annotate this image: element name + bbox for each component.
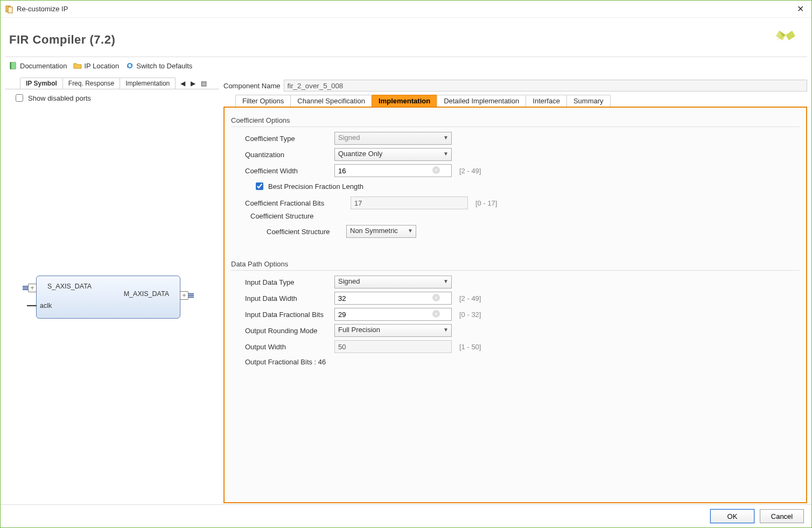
output-rounding-select[interactable]: Full Precision: [334, 324, 452, 337]
coeff-fractional-bits-label: Coefficient Fractional Bits: [245, 199, 346, 207]
row-best-precision: Best Precision Fraction Length: [254, 181, 800, 192]
ip-symbol-canvas[interactable]: + S_AXIS_DATA aclk + M_AXIS_DATA: [5, 107, 219, 503]
svg-marker-2: [786, 31, 795, 40]
port-s-axis-data: +: [23, 284, 37, 292]
plus-icon[interactable]: +: [180, 291, 188, 300]
output-width-label: Output Width: [245, 343, 330, 351]
show-disabled-ports-checkbox[interactable]: [16, 94, 23, 102]
show-disabled-ports-label: Show disabled ports: [28, 94, 91, 102]
coeff-fractional-bits-input: [351, 196, 468, 209]
tab-implementation-left[interactable]: Implementation: [120, 78, 176, 89]
tab-prev-icon[interactable]: ◀: [179, 80, 186, 87]
svg-rect-1: [8, 7, 12, 13]
tab-list-icon[interactable]: ▤: [200, 80, 208, 87]
dialog-footer: OK Cancel: [1, 504, 811, 527]
ip-location-link[interactable]: IP Location: [71, 60, 121, 71]
ok-button[interactable]: OK: [710, 509, 754, 523]
tab-next-icon[interactable]: ▶: [190, 80, 197, 87]
port-m-axis-data: +: [180, 291, 194, 300]
coefficient-width-hint: [2 - 49]: [459, 167, 481, 175]
output-width-hint: [1 - 50]: [459, 343, 481, 351]
component-name-input: [284, 80, 808, 91]
clear-icon[interactable]: ×: [432, 294, 440, 301]
folder-icon: [73, 61, 82, 70]
input-data-type-label: Input Data Type: [245, 278, 330, 286]
tab-filter-options[interactable]: Filter Options: [235, 95, 291, 107]
app-window: Re-customize IP ✕ FIR Compiler (7.2) Doc…: [0, 0, 812, 528]
titlebar: Re-customize IP ✕: [1, 1, 811, 18]
switch-defaults-label: Switch to Defaults: [136, 62, 192, 70]
left-pane: IP Symbol Freq. Response Implementation …: [5, 78, 223, 503]
cancel-button[interactable]: Cancel: [760, 509, 804, 523]
close-icon[interactable]: ✕: [794, 4, 807, 14]
show-disabled-ports-row: Show disabled ports: [5, 89, 219, 107]
row-coeff-structure: Coefficient Structure Non Symmetric ▼: [267, 224, 800, 238]
coefficient-width-label: Coefficient Width: [245, 167, 330, 175]
body: IP Symbol Freq. Response Implementation …: [1, 74, 811, 504]
quantization-select[interactable]: Quantize Only: [334, 148, 452, 161]
aclk-label: aclk: [40, 302, 52, 309]
section-data-path-options: Data Path Options: [231, 257, 800, 271]
tab-interface[interactable]: Interface: [526, 95, 567, 107]
coefficient-type-label: Coefficient Type: [245, 135, 330, 143]
coeff-structure-label: Coefficient Structure: [267, 228, 342, 236]
tab-implementation[interactable]: Implementation: [372, 95, 437, 107]
row-coefficient-type: Coefficient Type Signed ▼: [245, 131, 800, 145]
tab-detailed-implementation[interactable]: Detailed Implementation: [437, 95, 526, 107]
header: FIR Compiler (7.2): [1, 18, 811, 57]
row-input-data-frac-bits: Input Data Fractional Bits × [0 - 32]: [245, 307, 800, 321]
port-aclk: [27, 305, 37, 306]
row-output-width: Output Width [1 - 50]: [245, 340, 800, 354]
documentation-link[interactable]: Documentation: [7, 60, 69, 71]
port-in-label: S_AXIS_DATA: [47, 283, 92, 290]
coefficient-type-select: Signed: [334, 132, 452, 145]
output-width-input: [334, 340, 452, 353]
best-precision-checkbox[interactable]: [256, 182, 263, 190]
input-data-frac-bits-hint: [0 - 32]: [459, 311, 481, 319]
page-title: FIR Compiler (7.2): [9, 33, 772, 47]
component-name-row: Component Name: [223, 78, 807, 95]
config-panel: Coefficient Options Coefficient Type Sig…: [223, 107, 807, 503]
documentation-label: Documentation: [20, 62, 67, 70]
input-data-width-label: Input Data Width: [245, 294, 330, 302]
tab-ip-symbol[interactable]: IP Symbol: [20, 78, 63, 89]
tab-summary[interactable]: Summary: [566, 95, 611, 107]
refresh-icon: [125, 61, 134, 70]
left-tabs: IP Symbol Freq. Response Implementation …: [5, 78, 219, 89]
input-data-type-select[interactable]: Signed: [334, 276, 452, 288]
output-rounding-label: Output Rounding Mode: [245, 327, 330, 335]
row-coefficient-width: Coefficient Width × [2 - 49]: [245, 164, 800, 178]
coeff-fractional-bits-hint: [0 - 17]: [475, 199, 497, 207]
svg-rect-6: [11, 62, 16, 69]
row-output-rounding: Output Rounding Mode Full Precision ▼: [245, 323, 800, 337]
tab-channel-spec[interactable]: Channel Specification: [290, 95, 372, 107]
book-icon: [9, 61, 18, 70]
input-data-frac-bits-label: Input Data Fractional Bits: [245, 311, 330, 319]
coeff-structure-select[interactable]: Non Symmetric: [346, 225, 416, 238]
coeff-structure-title: Coefficient Structure: [250, 212, 800, 220]
window-title: Re-customize IP: [17, 5, 794, 13]
best-precision-label: Best Precision Fraction Length: [268, 182, 363, 191]
port-out-label: M_AXIS_DATA: [124, 290, 169, 298]
section-coefficient-options: Coefficient Options: [231, 113, 800, 127]
input-data-width-hint: [2 - 49]: [459, 294, 481, 302]
output-fractional-bits-text: Output Fractional Bits : 46: [245, 358, 800, 366]
clear-icon[interactable]: ×: [432, 166, 440, 174]
clear-icon[interactable]: ×: [432, 310, 440, 318]
row-input-data-width: Input Data Width × [2 - 49]: [245, 291, 800, 305]
vendor-logo: [772, 24, 800, 52]
ip-location-label: IP Location: [84, 62, 119, 70]
config-tabs: Filter Options Channel Specification Imp…: [223, 95, 807, 107]
component-name-label: Component Name: [223, 82, 281, 90]
app-icon: [5, 5, 13, 13]
right-pane: Component Name Filter Options Channel Sp…: [223, 78, 807, 503]
switch-defaults-link[interactable]: Switch to Defaults: [123, 60, 194, 71]
tab-freq-response[interactable]: Freq. Response: [62, 78, 120, 89]
row-quantization: Quantization Quantize Only ▼: [245, 147, 800, 161]
action-toolbar: Documentation IP Location Switch to Defa…: [1, 57, 811, 74]
plus-icon[interactable]: +: [28, 284, 37, 292]
row-coeff-fractional-bits: Coefficient Fractional Bits [0 - 17]: [245, 196, 800, 210]
left-tab-nav: ◀ ▶ ▤: [179, 80, 208, 87]
ip-block: + S_AXIS_DATA aclk + M_AXIS_DATA: [36, 276, 180, 319]
quantization-label: Quantization: [245, 151, 330, 159]
